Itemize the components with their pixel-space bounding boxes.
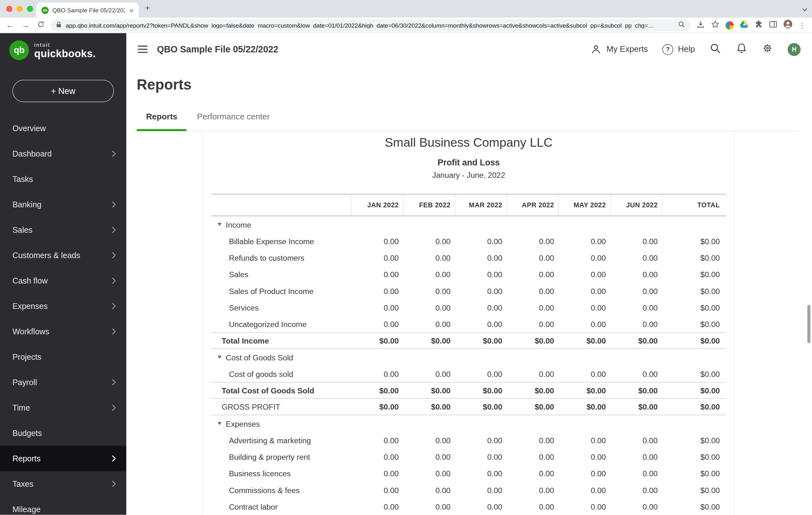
cell-value: 0.00 (506, 303, 558, 312)
row-label: Billable Expense Income (229, 237, 314, 245)
cell-value: 0.00 (403, 436, 455, 444)
sidebar-item-dashboard[interactable]: Dashboard (0, 141, 126, 166)
quickbooks-favicon-icon: qb (41, 6, 49, 13)
settings-gear-icon[interactable] (762, 43, 773, 56)
cell-value: $0.00 (558, 386, 610, 395)
window-scrollbar[interactable] (807, 305, 810, 343)
cell-value: $0.00 (558, 336, 610, 345)
cell-value: $0.00 (662, 253, 726, 262)
column-header-may-2022: MAY 2022 (558, 194, 610, 216)
sidebar-item-reports[interactable]: Reports (0, 446, 126, 471)
tab-search-chevron-icon[interactable] (802, 6, 808, 15)
row-label: Commissions & fees (229, 486, 300, 494)
window-zoom-button[interactable] (27, 6, 33, 12)
tab-performance-center[interactable]: Performance center (188, 108, 279, 131)
page-content: Reports Reports Performance center Small… (126, 65, 812, 515)
sidebar-item-budgets[interactable]: Budgets (0, 421, 126, 446)
address-bar[interactable]: app.qbo.intuit.com/app/reportv2?token=PA… (51, 19, 690, 31)
row-label-cell: Total Income (211, 336, 351, 345)
collapse-triangle-icon[interactable] (218, 356, 222, 359)
report-row-sales: Sales0.000.000.000.000.000.00$0.00 (211, 266, 726, 282)
help-button[interactable]: ? Help (662, 44, 695, 55)
row-label-cell: Sales (211, 270, 351, 279)
cell-value: $0.00 (455, 386, 506, 395)
sidebar-item-taxes[interactable]: Taxes (0, 471, 126, 496)
sidebar-item-sales[interactable]: Sales (0, 217, 126, 243)
window-close-button[interactable] (6, 6, 13, 12)
cell-value: 0.00 (403, 469, 455, 478)
quickbooks-app: qb intuit quickbooks. + New OverviewDash… (0, 33, 812, 515)
browser-tab[interactable]: qb QBO Sample File 05/22/2022 × (36, 3, 139, 18)
tab-reports[interactable]: Reports (137, 108, 186, 131)
cell-value: 0.00 (506, 237, 558, 245)
chevron-right-icon (112, 150, 116, 157)
window-minimize-button[interactable] (17, 6, 23, 12)
sidebar-item-time[interactable]: Time (0, 395, 126, 421)
row-label-cell: Commissions & fees (211, 486, 351, 494)
sidebar-item-expenses[interactable]: Expenses (0, 293, 126, 319)
sidebar-item-banking[interactable]: Banking (0, 192, 126, 217)
sidebar-item-payroll[interactable]: Payroll (0, 370, 126, 395)
cell-value: 0.00 (351, 452, 403, 461)
collapse-triangle-icon[interactable] (218, 223, 222, 226)
cell-value: 0.00 (403, 486, 455, 494)
cell-value: 0.00 (558, 253, 610, 262)
cell-value: 0.00 (610, 237, 662, 245)
sidebar-item-projects[interactable]: Projects (0, 344, 126, 370)
extensions-puzzle-icon[interactable] (755, 20, 763, 30)
row-label: Refunds to customers (229, 253, 304, 262)
quickbooks-logo: qb intuit quickbooks. (0, 33, 126, 60)
forward-icon[interactable]: → (20, 21, 31, 29)
sidebar-nav: OverviewDashboardTasksBankingSalesCustom… (0, 115, 126, 515)
chevron-right-icon (112, 379, 116, 385)
tab-title: QBO Sample File 05/22/2022 (52, 7, 125, 13)
back-icon[interactable]: ← (4, 21, 16, 29)
download-icon[interactable] (697, 20, 705, 30)
sidebar-item-label: Tasks (12, 174, 33, 184)
cell-value: 0.00 (351, 303, 403, 312)
new-button[interactable]: + New (12, 80, 114, 102)
cell-value: 0.00 (455, 270, 506, 279)
drive-extension-icon[interactable] (740, 20, 748, 29)
translate-extension-icon[interactable] (725, 21, 734, 29)
sidebar-item-mileage[interactable]: Mileage (0, 496, 126, 515)
row-label: Building & property rent (229, 452, 310, 461)
main-area: QBO Sample File 05/22/2022 My Experts ? … (126, 33, 812, 515)
notifications-bell-icon[interactable] (736, 43, 747, 56)
cell-value: 0.00 (403, 287, 455, 295)
new-tab-button[interactable]: + (145, 3, 150, 13)
cell-value: 0.00 (455, 436, 506, 444)
reload-icon[interactable] (35, 21, 47, 29)
user-avatar[interactable]: H (788, 43, 801, 56)
browser-profile-avatar[interactable] (783, 20, 792, 30)
cell-value: $0.00 (662, 336, 726, 345)
zoom-icon[interactable] (678, 20, 685, 29)
side-panel-icon[interactable] (769, 20, 777, 30)
cell-value: 0.00 (351, 287, 403, 295)
report-table-body: IncomeBillable Expense Income0.000.000.0… (211, 216, 726, 515)
sidebar-item-overview[interactable]: Overview (0, 115, 126, 141)
cell-value: $0.00 (662, 287, 726, 295)
cell-value: 0.00 (506, 320, 558, 329)
hamburger-menu-icon[interactable] (138, 46, 147, 53)
bookmark-star-icon[interactable] (711, 20, 719, 30)
cell-value: 0.00 (610, 486, 662, 494)
search-icon[interactable] (709, 42, 722, 56)
row-label: Income (226, 220, 251, 229)
collapse-triangle-icon[interactable] (218, 422, 222, 425)
cell-value: 0.00 (506, 287, 558, 295)
window-controls (6, 6, 33, 12)
cell-value: $0.00 (455, 336, 506, 345)
sidebar-item-customers-leads[interactable]: Customers & leads (0, 243, 126, 268)
sidebar-item-label: Sales (12, 225, 32, 234)
my-experts-button[interactable]: My Experts (590, 44, 648, 55)
sidebar-item-workflows[interactable]: Workflows (0, 319, 126, 344)
report-table: JAN 2022FEB 2022MAR 2022APR 2022MAY 2022… (211, 194, 726, 515)
cell-value: 0.00 (558, 486, 610, 494)
sidebar-item-tasks[interactable]: Tasks (0, 166, 126, 192)
sidebar-item-cash-flow[interactable]: Cash flow (0, 268, 126, 293)
browser-menu-icon[interactable]: ⋮ (799, 22, 806, 29)
row-label-cell: Advertising & marketing (211, 436, 351, 444)
tab-close-icon[interactable]: × (128, 6, 135, 13)
cell-value: 0.00 (351, 237, 403, 245)
